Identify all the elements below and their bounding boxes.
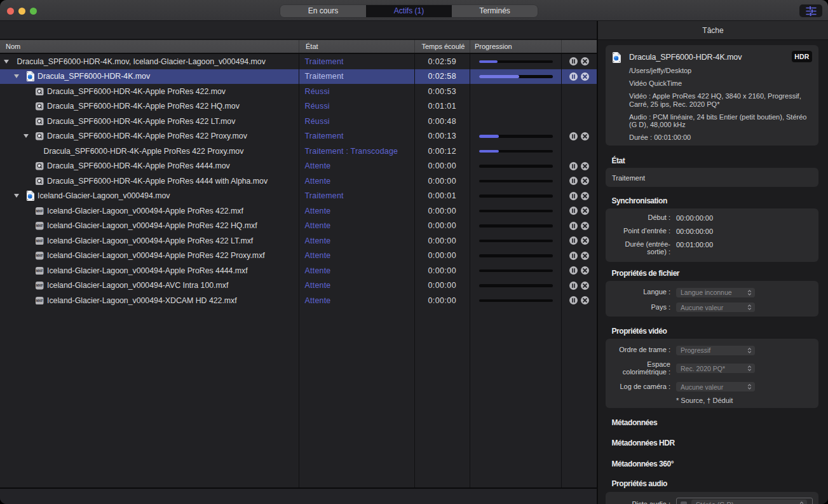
sliders-icon — [805, 6, 817, 17]
cancel-button[interactable] — [581, 266, 589, 275]
cancel-button[interactable] — [581, 252, 589, 260]
progress-fill — [479, 135, 499, 138]
cell-etat: Traitement — [299, 189, 414, 204]
table-row[interactable]: MXF Iceland-Glacier-Lagoon_v000494-Apple… — [0, 219, 597, 234]
progress-bar — [479, 180, 553, 183]
file-name: Dracula_SPF6000-HDR-4K-Apple ProRes 422 … — [47, 102, 240, 111]
table-row[interactable]: Dracula_SPF6000-HDR-4K.mov, Iceland-Glac… — [0, 54, 597, 69]
dropdown-log-de-camera[interactable]: Aucune valeur — [676, 382, 755, 392]
close-button[interactable] — [7, 8, 14, 15]
file-audio-info: Audio : PCM linéaire, 24 bits Entier (pe… — [629, 113, 815, 129]
table-row[interactable]: Dracula_SPF6000-HDR-4K-Apple ProRes 422 … — [0, 114, 597, 129]
cancel-button[interactable] — [581, 222, 589, 230]
column-header-actions — [561, 40, 597, 53]
tab-actifs[interactable]: Actifs (1) — [366, 5, 452, 17]
pause-button[interactable] — [569, 296, 578, 304]
dropdown-langue[interactable]: Langue inconnue — [676, 288, 755, 297]
proprietes-video-card: Ordre de trame :Progressif Espace colori… — [606, 339, 818, 408]
cancel-button[interactable] — [581, 236, 589, 245]
pause-button[interactable] — [569, 177, 578, 185]
progress-bar — [479, 135, 553, 138]
disclosure-triangle-icon[interactable] — [14, 194, 19, 198]
table-row[interactable]: MXF Iceland-Glacier-Lagoon_v000494-Apple… — [0, 263, 597, 278]
table-row[interactable]: MXF Iceland-Glacier-Lagoon_v000494-Apple… — [0, 249, 597, 264]
progress-bar — [479, 210, 553, 213]
cancel-button[interactable] — [581, 72, 589, 81]
table-row[interactable]: Dracula_SPF6000-HDR-4K.movTraitement0:02… — [0, 69, 597, 85]
cancel-button[interactable] — [581, 282, 589, 290]
table-row[interactable]: Dracula_SPF6000-HDR-4K-Apple ProRes 422 … — [0, 144, 597, 159]
pause-button[interactable] — [569, 72, 578, 81]
minimize-button[interactable] — [18, 8, 25, 15]
pause-button[interactable] — [569, 282, 578, 290]
table-row[interactable]: Dracula_SPF6000-HDR-4K-Apple ProRes 422.… — [0, 84, 597, 99]
proprietes-video-heading: Propriétés vidéo — [612, 327, 828, 336]
table-row[interactable]: Iceland-Glacier-Lagoon_v000494.movTraite… — [0, 189, 597, 204]
table-row[interactable]: Dracula_SPF6000-HDR-4K-Apple ProRes 4444… — [0, 159, 597, 174]
pause-button[interactable] — [569, 266, 578, 275]
dropdown-value: Aucune valeur — [681, 383, 747, 391]
prop-label: Log de caméra : — [606, 383, 676, 391]
cell-nom: MXF Iceland-Glacier-Lagoon_v000494-XDCAM… — [0, 293, 299, 308]
pause-button[interactable] — [569, 222, 578, 230]
cancel-button[interactable] — [581, 162, 589, 170]
prop-label: Ordre de trame : — [606, 346, 676, 354]
column-header-temps[interactable]: Temps écoulé — [414, 40, 470, 53]
cell-temps-ecoule: 0:00:00 — [414, 293, 470, 308]
disclosure-triangle-icon[interactable] — [24, 134, 29, 138]
dropdown-piste-audio[interactable]: Stéréo (G D) — [691, 500, 807, 504]
disclosure-triangle-icon[interactable] — [14, 74, 19, 78]
cell-actions — [561, 189, 597, 204]
cell-actions — [561, 69, 597, 85]
column-header-nom[interactable]: Nom — [0, 40, 299, 53]
sync-value: 00:00:00:00 — [676, 228, 713, 235]
cancel-button[interactable] — [581, 177, 589, 185]
disclosure-triangle-icon[interactable] — [4, 60, 9, 64]
sync-value: 00:01:00:00 — [676, 241, 713, 249]
inspector-title: Tâche — [598, 21, 828, 40]
column-header-progression[interactable]: Progression — [470, 40, 561, 53]
pause-button[interactable] — [569, 236, 578, 245]
cell-etat: Traitement — [299, 54, 414, 69]
traffic-lights — [7, 8, 37, 15]
pause-button[interactable] — [569, 192, 578, 200]
tab-termines[interactable]: Terminés — [452, 5, 538, 17]
table-row[interactable]: MXF Iceland-Glacier-Lagoon_v000494-AVC I… — [0, 278, 597, 294]
cell-etat: Attente — [299, 174, 414, 189]
pause-button[interactable] — [569, 252, 578, 260]
table-row[interactable]: MXF Iceland-Glacier-Lagoon_v000494-Apple… — [0, 203, 597, 219]
progress-fill — [479, 75, 519, 78]
table-row[interactable]: MXF Iceland-Glacier-Lagoon_v000494-XDCAM… — [0, 293, 597, 308]
table-row[interactable]: MXF Iceland-Glacier-Lagoon_v000494-Apple… — [0, 233, 597, 249]
inspector-toggle-button[interactable] — [799, 4, 822, 17]
progress-bar — [479, 254, 553, 257]
tab-en-cours[interactable]: En cours — [280, 5, 366, 17]
audio-track-checkbox[interactable] — [681, 501, 687, 504]
dropdown-ordre-de-trame[interactable]: Progressif — [676, 346, 755, 355]
cell-temps-ecoule: 0:00:00 — [414, 219, 470, 234]
cancel-button[interactable] — [581, 192, 589, 200]
pause-button[interactable] — [569, 207, 578, 215]
pause-button[interactable] — [569, 132, 578, 140]
pause-button[interactable] — [569, 57, 578, 65]
cancel-button[interactable] — [581, 132, 589, 140]
column-header-etat[interactable]: État — [299, 40, 414, 53]
zoom-button[interactable] — [30, 8, 37, 15]
dropdown-pays[interactable]: Aucune valeur — [676, 303, 755, 312]
table-body: Dracula_SPF6000-HDR-4K.mov, Iceland-Glac… — [0, 54, 597, 308]
table-row[interactable]: Dracula_SPF6000-HDR-4K-Apple ProRes 422 … — [0, 99, 597, 114]
qt-file-icon — [27, 191, 34, 203]
cell-etat: Attente — [299, 159, 414, 174]
cancel-button[interactable] — [581, 296, 589, 304]
cancel-button[interactable] — [581, 57, 589, 65]
pause-button[interactable] — [569, 162, 578, 170]
titlebar: En cours Actifs (1) Terminés — [0, 0, 828, 21]
cell-actions — [561, 129, 597, 144]
cell-actions — [561, 203, 597, 219]
table-row[interactable]: Dracula_SPF6000-HDR-4K-Apple ProRes 4444… — [0, 174, 597, 189]
dropdown-espace-colorimetrique[interactable]: Rec. 2020 PQ* — [676, 364, 755, 373]
cell-actions — [561, 219, 597, 234]
file-name: Iceland-Glacier-Lagoon_v000494-Apple Pro… — [47, 236, 253, 245]
table-row[interactable]: Dracula_SPF6000-HDR-4K-Apple ProRes 422 … — [0, 129, 597, 144]
cancel-button[interactable] — [581, 207, 589, 215]
